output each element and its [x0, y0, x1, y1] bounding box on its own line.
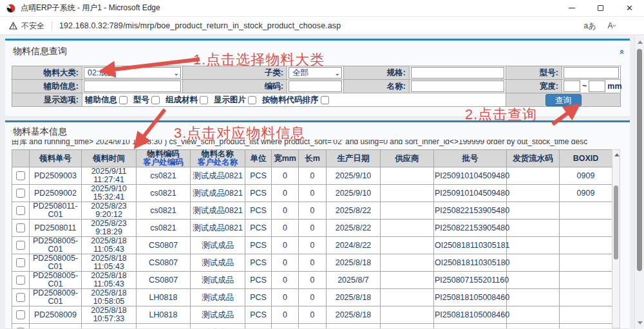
display-option-checkbox[interactable]	[119, 96, 128, 104]
cell-order-no: PD2508005-C01	[30, 272, 82, 289]
row-checkbox[interactable]	[16, 310, 25, 319]
security-warning-icon[interactable]	[9, 22, 17, 30]
close-button[interactable]: ✕	[615, 0, 644, 16]
result-panel-title: 物料基本信息	[5, 122, 630, 138]
result-table-body: PD2509003 2025/9/1111:27:41 cs0821 测试成品0…	[12, 167, 612, 329]
cell-batch: PI250818105008460	[434, 289, 507, 306]
cell-boxid	[560, 202, 612, 220]
cell-order-no: PD2508011	[30, 220, 82, 237]
spec-input[interactable]	[411, 67, 504, 79]
cell-unit: PCS	[245, 237, 272, 254]
row-checkbox[interactable]	[16, 189, 25, 198]
display-option: 组成材料	[166, 95, 208, 106]
header-code-sub[interactable]: 客户处编码	[137, 158, 189, 167]
cell-supplier	[381, 306, 434, 324]
row-checkbox[interactable]	[16, 293, 25, 302]
cell-serial	[507, 185, 560, 202]
minimize-button[interactable]	[557, 0, 586, 16]
table-row[interactable]: PD2508005 2025/8/7 CS0807 测试成品 PCS 0 0 2…	[12, 324, 612, 329]
cell-batch: PI250910104509480	[434, 185, 507, 202]
row-checkbox[interactable]	[16, 171, 25, 180]
cell-width: 0	[272, 220, 299, 237]
table-row[interactable]: PD2509002 2025/9/1015:32:41 cs0821 测试成品0…	[12, 185, 612, 202]
aux-info-input[interactable]	[84, 80, 181, 92]
width-max-input[interactable]	[589, 80, 605, 92]
material-category-select[interactable]: 02:成品 ⌄	[84, 67, 181, 79]
scroll-down-icon[interactable]	[638, 321, 643, 324]
header-name-sub[interactable]: 客户处名称	[191, 158, 244, 167]
read-aloud-icon[interactable]: Aᵕ	[607, 21, 616, 30]
cell-length: 0	[299, 185, 327, 202]
cell-batch: PI250822153905480	[434, 220, 507, 237]
name-input[interactable]	[411, 80, 504, 92]
cell-prod-date: 2025/9/10	[327, 185, 381, 202]
table-row[interactable]: PD2508005-C01 2025/8/1811:05:43 CS0807 测…	[12, 254, 612, 272]
cell-supplier	[381, 185, 434, 202]
cell-prod-date: 2025/9/10	[327, 167, 381, 185]
annotation-step2: 2.点击查询	[465, 105, 537, 124]
table-row[interactable]: PD2508009-C01 2025/8/1810:58:05 LH0818 测…	[12, 289, 612, 306]
row-checkbox[interactable]	[16, 241, 25, 250]
cell-order-no: PD2509002	[30, 185, 82, 202]
collapse-panel-icon[interactable]: «	[618, 50, 627, 54]
cell-boxid	[560, 237, 612, 254]
cell-name: 测试成品	[191, 237, 245, 254]
minimize-icon	[569, 8, 575, 8]
cell-name: 测试成品	[191, 254, 245, 272]
translate-icon[interactable]: aあ	[583, 21, 596, 32]
cell-width: 0	[272, 324, 299, 329]
cell-unit: PCS	[245, 220, 272, 237]
table-row[interactable]: PD2508005-C01 2025/8/1811:05:43 CS0807 测…	[12, 272, 612, 289]
cell-unit: PCS	[245, 202, 272, 220]
header-checkbox	[12, 150, 30, 167]
row-checkbox[interactable]	[16, 223, 25, 232]
cell-unit: PCS	[245, 185, 272, 202]
row-checkbox[interactable]	[16, 206, 25, 215]
cell-width: 0	[272, 202, 299, 220]
table-row[interactable]: PD2508011-C01 2025/8/239:20:12 cs0821 测试…	[12, 202, 612, 220]
display-option-checkbox[interactable]	[151, 96, 160, 104]
table-row[interactable]: PD2509003 2025/9/1111:27:41 cs0821 测试成品0…	[12, 167, 612, 185]
table-scrollbar-thumb[interactable]	[614, 185, 618, 259]
cell-order-no: PD2508009	[30, 306, 82, 324]
material-category-label: 物料大类:	[12, 66, 82, 80]
cell-order-no: PD2508005	[30, 324, 82, 329]
width-min-input[interactable]	[564, 80, 580, 92]
cell-time: 2025/8/239:18:29	[82, 220, 137, 237]
cell-name: 测试成品	[191, 306, 245, 324]
security-label: 不安全	[21, 21, 44, 32]
header-boxid: BOXID	[560, 150, 612, 167]
cell-code: CS0807	[137, 272, 191, 289]
display-option-checkbox[interactable]	[248, 96, 256, 104]
row-checkbox[interactable]	[16, 258, 25, 267]
table-row[interactable]: PD2508009 2025/8/1810:57:33 LH0818 测试成品 …	[12, 306, 612, 324]
display-option-checkbox[interactable]	[321, 96, 329, 104]
display-option-checkbox[interactable]	[200, 96, 208, 104]
row-checkbox[interactable]	[16, 276, 25, 285]
page-scrollbar-thumb[interactable]	[637, 49, 642, 271]
header-batch: 批号	[434, 150, 507, 167]
cell-length: 0	[299, 324, 327, 329]
maximize-button[interactable]	[586, 0, 615, 16]
model-input[interactable]	[564, 67, 619, 79]
url-text[interactable]: 192.168.0.32:789/mis/mrp/boe_product_ret…	[59, 21, 341, 30]
search-button[interactable]: 查询	[545, 94, 582, 106]
page-scrollbar[interactable]	[634, 36, 644, 329]
address-bar[interactable]: 不安全 192.168.0.32:789/mis/mrp/boe_product…	[0, 17, 644, 35]
cell-prod-date: 2025/8/22	[327, 202, 381, 220]
cell-batch: PI250807155201160	[434, 324, 507, 329]
cell-width: 0	[272, 237, 299, 254]
display-option-label: 组成材料	[166, 95, 198, 106]
cell-supplier	[381, 289, 434, 306]
cell-boxid: 0909	[560, 185, 612, 202]
table-row[interactable]: PD2508005-C01 2025/8/1811:05:43 CS0807 测…	[12, 237, 612, 254]
cell-batch: OI250818110305180	[434, 254, 507, 272]
cell-serial	[507, 272, 560, 289]
cell-boxid	[560, 220, 612, 237]
code-input[interactable]	[289, 80, 342, 92]
scroll-up-icon[interactable]	[614, 153, 620, 156]
table-scrollbar[interactable]	[612, 149, 620, 328]
display-options-label: 显示选项:	[12, 93, 82, 107]
scroll-up-icon[interactable]	[638, 41, 643, 44]
table-row[interactable]: PD2508011 2025/8/239:18:29 cs0821 测试成品08…	[12, 220, 612, 237]
